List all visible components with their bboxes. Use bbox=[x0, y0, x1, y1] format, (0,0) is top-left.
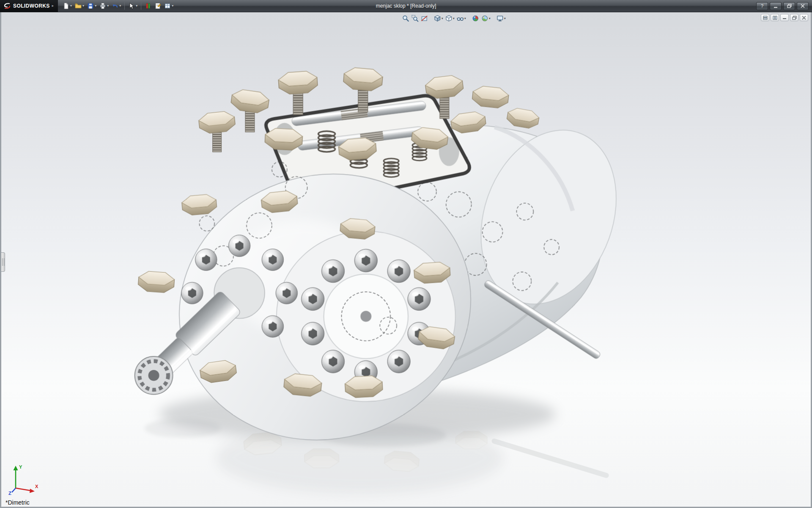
file-properties-icon bbox=[154, 3, 161, 9]
view-settings-button[interactable]: ▾ bbox=[496, 14, 507, 23]
document-restore-button[interactable] bbox=[790, 14, 798, 21]
zoom-to-area-icon bbox=[411, 15, 419, 22]
chevron-down-icon: ▾ bbox=[453, 17, 455, 20]
triad-y-arrow bbox=[14, 466, 18, 470]
select-button[interactable]: ▾ bbox=[127, 2, 139, 10]
rebuild-button[interactable] bbox=[143, 2, 153, 10]
chevron-down-icon: ▾ bbox=[172, 4, 173, 8]
model-reflection bbox=[145, 419, 610, 494]
restore-icon bbox=[787, 4, 792, 8]
minimize-icon bbox=[774, 4, 778, 8]
toolbar-separator bbox=[141, 2, 141, 10]
select-cursor-icon bbox=[128, 3, 135, 9]
window-title: menjac sklop * [Read-only] bbox=[376, 3, 436, 9]
apply-scene-button[interactable]: ▾ bbox=[480, 14, 491, 23]
chevron-down-icon: ▾ bbox=[136, 4, 137, 8]
save-floppy-icon bbox=[87, 3, 94, 9]
titlebar: SOLIDWORKS ▸ ▾ ▾ ▾ bbox=[0, 0, 812, 12]
chevron-down-icon: ▾ bbox=[442, 17, 443, 20]
tile-horizontally-button[interactable] bbox=[761, 14, 769, 21]
file-properties-button[interactable] bbox=[153, 2, 162, 10]
zoom-to-area-button[interactable] bbox=[411, 14, 420, 23]
document-minimize-button[interactable] bbox=[780, 14, 789, 21]
solidworks-logo-icon bbox=[3, 3, 11, 9]
appearance-ball-icon bbox=[472, 15, 479, 22]
undo-arrow-icon bbox=[112, 3, 118, 9]
help-button[interactable]: ? bbox=[756, 2, 768, 10]
document-window-controls bbox=[761, 14, 808, 21]
chevron-down-icon: ▾ bbox=[504, 17, 506, 20]
chevron-down-icon: ▾ bbox=[95, 4, 96, 8]
chevron-down-icon: ▾ bbox=[464, 17, 466, 20]
featuremanager-collapsed-tab[interactable] bbox=[1, 252, 5, 272]
options-icon bbox=[164, 3, 171, 9]
triad-x-label: X bbox=[35, 484, 38, 489]
open-folder-icon bbox=[75, 3, 82, 9]
options-button[interactable]: ▾ bbox=[163, 2, 175, 10]
triad-z-label: Z bbox=[8, 491, 11, 496]
open-button[interactable]: ▾ bbox=[74, 2, 85, 10]
view-orientation-label: *Dimetric bbox=[5, 499, 30, 506]
hide-show-items-button[interactable]: ▾ bbox=[456, 14, 467, 23]
zoom-to-fit-icon bbox=[402, 15, 409, 22]
graphics-area[interactable]: ▾ ▾ ▾ bbox=[0, 12, 812, 508]
solidworks-logo[interactable]: SOLIDWORKS ▸ bbox=[0, 0, 58, 12]
undo-button[interactable]: ▾ bbox=[110, 2, 122, 10]
tile-vertical-icon bbox=[773, 16, 777, 20]
print-button[interactable]: ▾ bbox=[98, 2, 110, 10]
edit-appearance-button[interactable] bbox=[471, 14, 480, 23]
close-icon bbox=[801, 4, 805, 8]
titlebar-toolbar: ▾ ▾ ▾ ▾ bbox=[58, 2, 178, 10]
section-view-button[interactable] bbox=[420, 14, 429, 23]
restore-icon bbox=[792, 16, 797, 20]
minimize-icon bbox=[782, 16, 787, 19]
new-document-icon bbox=[63, 3, 69, 9]
solidworks-window: SOLIDWORKS ▸ ▾ ▾ ▾ bbox=[0, 0, 812, 508]
triad-z-axis bbox=[12, 488, 16, 492]
chevron-down-icon: ▾ bbox=[82, 4, 84, 8]
close-icon bbox=[802, 16, 806, 20]
tile-horizontal-icon bbox=[763, 16, 768, 20]
model-canvas[interactable] bbox=[1, 12, 811, 507]
rebuild-icon bbox=[145, 3, 151, 9]
monitor-icon bbox=[497, 15, 504, 22]
chevron-down-icon: ▾ bbox=[70, 4, 72, 8]
triad-y-label: Y bbox=[19, 464, 22, 469]
window-controls: ? bbox=[756, 2, 812, 10]
display-style-button[interactable]: ▾ bbox=[444, 14, 455, 23]
display-style-icon bbox=[445, 15, 453, 22]
scene-ball-icon bbox=[481, 15, 488, 22]
triad-x-arrow bbox=[30, 489, 35, 493]
reference-triad: Y X Z bbox=[8, 463, 41, 496]
new-button[interactable]: ▾ bbox=[61, 2, 73, 10]
brand-menu-caret-icon: ▸ bbox=[52, 4, 54, 8]
view-orientation-button[interactable]: ▾ bbox=[433, 14, 444, 23]
printer-icon bbox=[99, 3, 106, 9]
window-restore-button[interactable] bbox=[783, 2, 795, 10]
tile-vertically-button[interactable] bbox=[771, 14, 779, 21]
window-close-button[interactable] bbox=[797, 2, 809, 10]
toolbar-separator bbox=[124, 2, 125, 10]
eyeglasses-icon bbox=[457, 15, 464, 22]
chevron-down-icon: ▾ bbox=[489, 17, 491, 20]
document-close-button[interactable] bbox=[800, 14, 808, 21]
chevron-down-icon: ▾ bbox=[119, 4, 121, 8]
window-minimize-button[interactable] bbox=[770, 2, 782, 10]
view-orientation-cube-icon bbox=[434, 15, 441, 22]
chevron-down-icon: ▾ bbox=[107, 4, 109, 8]
heads-up-view-toolbar: ▾ ▾ ▾ bbox=[401, 14, 507, 23]
brand-text: SOLIDWORKS bbox=[13, 3, 50, 9]
zoom-to-fit-button[interactable] bbox=[401, 14, 410, 23]
save-button[interactable]: ▾ bbox=[86, 2, 98, 10]
section-view-icon bbox=[421, 15, 428, 22]
